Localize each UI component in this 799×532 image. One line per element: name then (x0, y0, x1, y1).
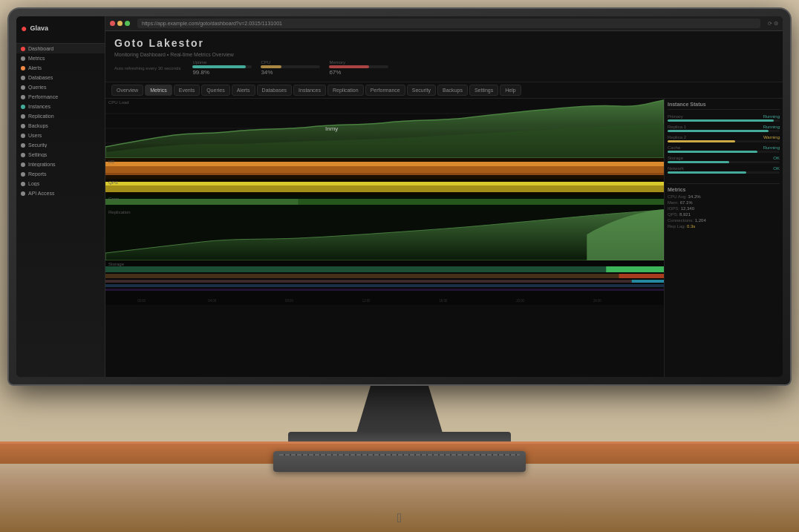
sidebar-item-reports[interactable]: Reports (16, 169, 105, 179)
rp-bar-bg-3 (668, 151, 780, 153)
minimize-button[interactable] (117, 21, 123, 26)
app-logo-icon: ● (21, 22, 27, 34)
sidebar-label-11: Settings (28, 152, 47, 157)
sidebar-item-metrics[interactable]: Metrics (16, 53, 105, 63)
sidebar-item-api-access[interactable]: API Access (16, 188, 105, 198)
right-panel-metrics: Metrics CPU Avg: 34.2% Mem: 67.1% IOPS: … (668, 183, 780, 230)
close-button[interactable] (110, 21, 115, 26)
right-panel-row-1: Replica 1 Running (668, 125, 780, 132)
right-panel-title: Instance Status (668, 102, 780, 110)
stat-value-1: 34% (261, 69, 320, 76)
rp-bar-bg-4 (668, 161, 780, 163)
svg-rect-10 (105, 182, 664, 185)
sidebar-dot-3 (21, 76, 25, 80)
rp-row-header-3: Cache Running (668, 145, 780, 150)
toolbar-tab-events[interactable]: Events (174, 85, 200, 96)
chart-label-connections: Conn (108, 197, 119, 201)
toolbar-tab-help[interactable]: Help (500, 85, 521, 96)
sidebar-dot-14 (21, 182, 25, 186)
rp-label-2: Replica 2 (668, 135, 686, 139)
url-bar[interactable]: https://app.example.com/goto/dashboard?v… (137, 19, 760, 28)
maximize-button[interactable] (125, 21, 130, 26)
rp-bar-2 (668, 140, 735, 142)
sidebar-item-users[interactable]: Users (16, 131, 105, 140)
rp-label-3: Cache (668, 145, 680, 150)
sidebar-item-databases[interactable]: Databases (16, 73, 105, 82)
toolbar-tabs: OverviewMetricsEventsQueriesAlertsDataba… (111, 85, 521, 96)
url-text: https://app.example.com/goto/dashboard?v… (142, 21, 282, 26)
toolbar: OverviewMetricsEventsQueriesAlertsDataba… (105, 82, 783, 99)
sidebar-item-backups[interactable]: Backups (16, 121, 105, 131)
svg-rect-22 (619, 274, 664, 278)
stat-bar-container-2 (329, 65, 388, 68)
chart-section-io: I/O (105, 158, 664, 179)
rp-label-5: Network (668, 166, 684, 171)
sidebar-label-14: Logs (28, 181, 39, 186)
sidebar-item-security[interactable]: Security (16, 140, 105, 150)
keyboard[interactable] (273, 451, 526, 472)
sidebar-label-5: Performance (28, 94, 58, 99)
sidebar-item-settings[interactable]: Settings (16, 150, 105, 160)
stat-bar-0 (192, 65, 246, 68)
sidebar-item-replication[interactable]: Replication (16, 111, 105, 121)
toolbar-tab-instances[interactable]: Instances (293, 85, 326, 96)
sidebar-dot-0 (21, 47, 25, 51)
sidebar-item-performance[interactable]: Performance (16, 92, 105, 102)
browser-bar: https://app.example.com/goto/dashboard?v… (105, 16, 783, 31)
sidebar-dot-7 (21, 114, 25, 119)
svg-rect-23 (632, 280, 664, 283)
sidebar-items: Dashboard Metrics Alerts Databases Queri… (16, 44, 105, 198)
stat-bar-1 (261, 65, 281, 68)
metric-conn-label: Connections: 1,204 (668, 218, 780, 223)
page-header: Goto Lakestor Monitoring Dashboard • Rea… (105, 31, 783, 82)
svg-rect-16 (105, 266, 664, 272)
sidebar-item-dashboard[interactable]: Dashboard (16, 44, 105, 53)
toolbar-tab-performance[interactable]: Performance (365, 85, 405, 96)
svg-rect-19 (105, 284, 664, 287)
sidebar-item-instances[interactable]: Instances (16, 102, 105, 111)
toolbar-tab-overview[interactable]: Overview (111, 85, 143, 96)
toolbar-tab-settings[interactable]: Settings (469, 85, 498, 96)
toolbar-tab-metrics[interactable]: Metrics (145, 85, 172, 96)
toolbar-tab-alerts[interactable]: Alerts (232, 85, 255, 96)
sidebar-item-queries[interactable]: Queries (16, 82, 105, 92)
sidebar: ● Glava Dashboard Metrics Alerts Databas… (16, 16, 105, 377)
stat-item-0: Uptime 99.8% (192, 60, 252, 76)
storage-chart-svg: 00:00 04:00 08:00 12:00 16:00 20:00 24:0… (105, 260, 664, 305)
sidebar-dot-6 (21, 105, 25, 109)
qps-chart-svg (105, 179, 664, 195)
toolbar-tab-backups[interactable]: Backups (437, 85, 468, 96)
stats-row: Auto refreshing every 30 seconds Uptime … (114, 60, 774, 76)
stat-label-2: Memory (329, 60, 388, 65)
sidebar-label-7: Replication (28, 114, 54, 119)
metric-iops-label: IOPS: 12,340 (668, 206, 780, 211)
sidebar-item-alerts[interactable]: Alerts (16, 63, 105, 73)
right-panel-row-0: Primary Running (668, 114, 780, 122)
sidebar-header: ● Glava (16, 16, 105, 44)
sidebar-item-logs[interactable]: Logs (16, 179, 105, 188)
toolbar-tab-replication[interactable]: Replication (327, 85, 364, 96)
right-panel-row-2: Replica 2 Warning (668, 135, 780, 142)
chart-label-bottom: Storage (108, 262, 124, 266)
stat-label-1: CPU (261, 60, 320, 65)
sidebar-dot-10 (21, 143, 25, 148)
sidebar-label-1: Metrics (28, 56, 45, 61)
sidebar-dot-13 (21, 172, 25, 177)
sidebar-item-integrations[interactable]: Integrations (16, 160, 105, 169)
sidebar-label-13: Reports (28, 171, 47, 177)
right-panel-row-4: Storage OK (668, 156, 780, 163)
stat-bar-container-0 (192, 65, 252, 68)
rp-bar-1 (668, 130, 769, 132)
toolbar-tab-databases[interactable]: Databases (257, 85, 292, 96)
toolbar-tab-security[interactable]: Security (407, 85, 436, 96)
sidebar-dot-8 (21, 124, 25, 128)
stat-item-2: Memory 67% (329, 60, 388, 76)
svg-text:08:00: 08:00 (285, 299, 293, 303)
rep-chart-svg (105, 208, 664, 260)
toolbar-tab-queries[interactable]: Queries (201, 85, 230, 96)
metric-mem-value: 67.1% (680, 200, 693, 205)
stat-bar-container-1 (261, 65, 320, 68)
right-panel-row-3: Cache Running (668, 145, 780, 153)
sidebar-label-15: API Access (28, 191, 54, 196)
svg-rect-18 (105, 280, 664, 283)
